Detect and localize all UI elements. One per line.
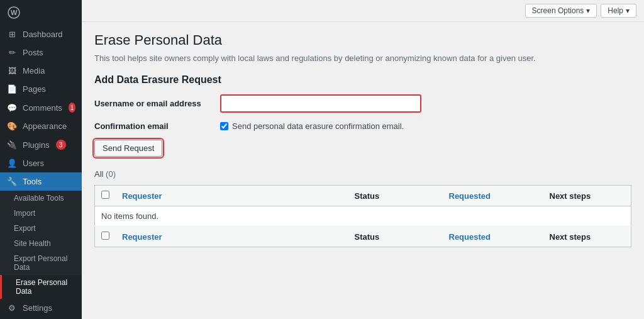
plugins-icon: 🔌	[6, 140, 18, 150]
submenu-label: Site Health	[14, 239, 51, 248]
send-request-label: Send Request	[103, 143, 154, 153]
sidebar-item-label: Users	[23, 159, 44, 168]
help-label: Help	[608, 6, 623, 15]
next-steps-footer-label: Next steps	[550, 232, 591, 242]
screen-options-label: Screen Options	[532, 6, 584, 15]
th-requester: Requester	[116, 186, 348, 206]
no-items-row: No items found.	[95, 206, 631, 227]
sidebar-item-label: Comments	[23, 103, 62, 113]
sidebar-item-label: Posts	[23, 48, 43, 57]
content-area: Erase Personal Data This tool helps site…	[82, 22, 644, 319]
topbar: Screen Options ▾ Help ▾	[82, 0, 644, 22]
sidebar-item-media[interactable]: 🖼 Media	[0, 62, 82, 80]
tools-submenu: Available Tools Import Export Site Healt…	[0, 191, 82, 299]
th-next-steps: Next steps	[543, 186, 631, 206]
requested-sort-link[interactable]: Requested	[449, 191, 491, 201]
screen-options-button[interactable]: Screen Options ▾	[525, 4, 597, 18]
wp-logo: W	[0, 0, 82, 25]
username-field-container	[220, 94, 631, 113]
media-icon: 🖼	[6, 66, 18, 76]
submenu-available-tools[interactable]: Available Tools	[0, 191, 82, 206]
table-header-row: Requester Status Requested Next steps	[95, 186, 631, 206]
pages-icon: 📄	[6, 84, 18, 94]
table-filter: All (0)	[94, 169, 631, 179]
submenu-label: Export Personal Data	[14, 254, 67, 272]
status-col-label: Status	[355, 191, 380, 201]
sidebar-item-label: Dashboard	[23, 30, 63, 39]
page-description: This tool helps site owners comply with …	[94, 53, 631, 63]
tfoot-checkbox	[95, 227, 116, 247]
section-title: Add Data Erasure Request	[94, 74, 631, 86]
th-checkbox	[95, 186, 116, 206]
requester-sort-link[interactable]: Requester	[122, 191, 162, 201]
sidebar-item-label: Settings	[23, 303, 52, 313]
requester-footer-sort-link[interactable]: Requester	[122, 232, 162, 242]
main-area: Screen Options ▾ Help ▾ Erase Personal D…	[82, 0, 644, 319]
submenu-label: Available Tools	[14, 194, 64, 203]
sidebar-item-pages[interactable]: 📄 Pages	[0, 80, 82, 98]
next-steps-col-label: Next steps	[550, 191, 591, 201]
tfoot-status: Status	[348, 227, 443, 247]
tfoot-requested: Requested	[443, 227, 543, 247]
username-label: Username or email address	[94, 99, 220, 108]
comments-badge: 1	[69, 103, 75, 113]
sidebar-item-label: Appearance	[23, 121, 67, 131]
users-icon: 👤	[6, 159, 18, 168]
submenu-label: Export	[14, 224, 36, 233]
username-input[interactable]	[220, 94, 421, 113]
page-title: Erase Personal Data	[94, 32, 631, 48]
settings-icon: ⚙	[6, 303, 18, 313]
select-all-checkbox[interactable]	[101, 191, 109, 199]
submenu-label: Erase Personal Data	[16, 278, 67, 296]
sidebar-item-label: Media	[23, 66, 45, 76]
tfoot-requester: Requester	[116, 227, 348, 247]
sidebar-item-settings[interactable]: ⚙ Settings	[0, 299, 82, 317]
sidebar-item-appearance[interactable]: 🎨 Appearance	[0, 117, 82, 135]
table-section: All (0) Requester Status	[94, 169, 631, 247]
send-request-button[interactable]: Send Request	[94, 140, 162, 157]
data-table: Requester Status Requested Next steps	[94, 185, 631, 247]
submenu-site-health[interactable]: Site Health	[0, 236, 82, 251]
confirmation-label: Confirmation email	[94, 121, 220, 131]
confirmation-row: Confirmation email Send personal data er…	[94, 121, 631, 131]
help-chevron-icon: ▾	[626, 6, 630, 15]
sidebar-item-tools[interactable]: 🔧 Tools	[0, 172, 82, 191]
submenu-export[interactable]: Export	[0, 221, 82, 236]
requested-footer-sort-link[interactable]: Requested	[449, 232, 491, 242]
posts-icon: ✏	[6, 48, 18, 57]
tools-icon: 🔧	[6, 177, 18, 186]
no-items-text: No items found.	[101, 211, 158, 221]
sidebar: W ⊞ Dashboard ✏ Posts 🖼 Media 📄 Pages 💬 …	[0, 0, 82, 319]
submenu-export-personal-data[interactable]: Export Personal Data	[0, 251, 82, 275]
confirmation-checkbox[interactable]	[220, 122, 228, 130]
sidebar-item-users[interactable]: 👤 Users	[0, 154, 82, 172]
tfoot-next-steps: Next steps	[543, 227, 631, 247]
submenu-erase-personal-data[interactable]: Erase Personal Data	[0, 275, 82, 299]
submenu-import[interactable]: Import	[0, 206, 82, 221]
confirmation-field-container: Send personal data erasure confirmation …	[220, 121, 631, 131]
plugins-badge: 3	[56, 140, 66, 150]
th-status: Status	[348, 186, 443, 206]
sidebar-item-label: Plugins	[23, 140, 50, 150]
sidebar-item-comments[interactable]: 💬 Comments 1	[0, 98, 82, 117]
filter-count: (0)	[106, 169, 116, 179]
select-all-footer-checkbox[interactable]	[101, 232, 109, 240]
sidebar-item-posts[interactable]: ✏ Posts	[0, 43, 82, 62]
sidebar-item-plugins[interactable]: 🔌 Plugins 3	[0, 135, 82, 154]
submenu-label: Import	[14, 209, 35, 218]
filter-all-label: All	[94, 169, 103, 179]
th-requested: Requested	[443, 186, 543, 206]
confirmation-checkbox-label: Send personal data erasure confirmation …	[232, 121, 404, 131]
svg-text:W: W	[11, 9, 18, 16]
sidebar-item-dashboard[interactable]: ⊞ Dashboard	[0, 25, 82, 43]
dashboard-icon: ⊞	[6, 30, 18, 39]
filter-all-link[interactable]: All (0)	[94, 169, 116, 179]
sidebar-item-label: Pages	[23, 84, 46, 94]
help-button[interactable]: Help ▾	[601, 4, 636, 18]
screen-options-chevron-icon: ▾	[586, 6, 590, 15]
no-items-cell: No items found.	[95, 206, 631, 227]
status-footer-label: Status	[355, 232, 380, 242]
table-footer-row: Requester Status Requested Next steps	[95, 227, 631, 247]
comments-icon: 💬	[6, 103, 18, 113]
sidebar-item-label: Tools	[23, 177, 42, 186]
